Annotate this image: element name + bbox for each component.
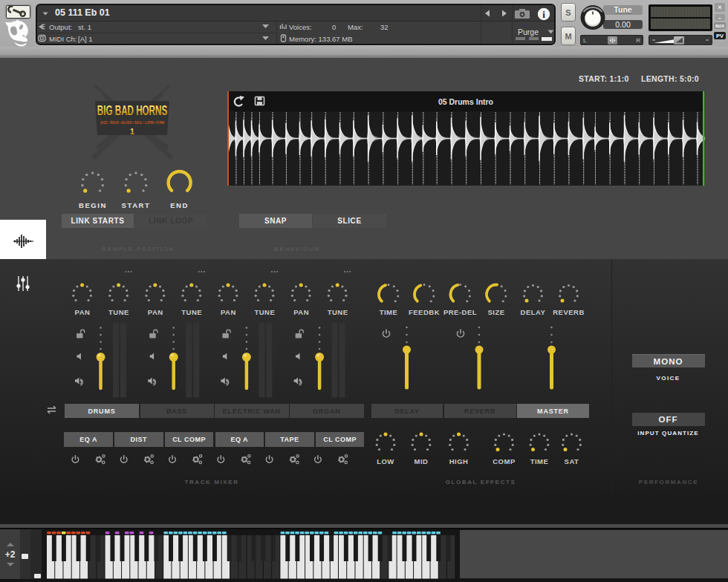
svg-text:BIG BAD HORNS: BIG BAD HORNS — [97, 102, 167, 117]
svg-text:JAZZ • ROCK • BLUES • SOUL • L: JAZZ • ROCK • BLUES • SOUL • LATIN • FUN… — [100, 121, 165, 125]
svg-text:i: i — [542, 9, 545, 20]
svg-text:05 Drums Intro: 05 Drums Intro — [438, 97, 493, 106]
svg-text:1: 1 — [130, 127, 134, 136]
